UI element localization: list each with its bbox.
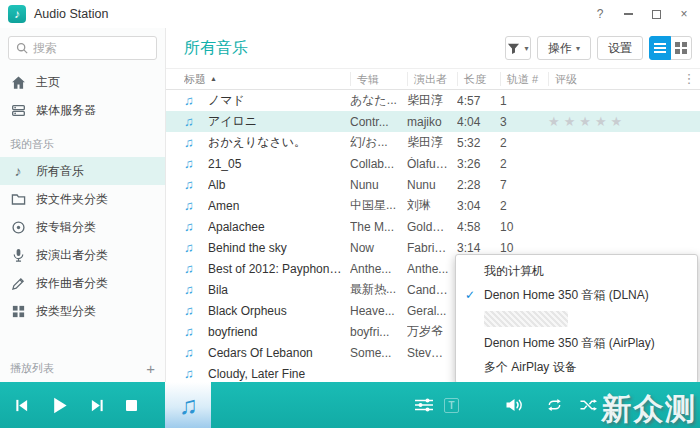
track-album: Anthe... xyxy=(350,262,407,276)
sidebar-item-label: 按演出者分类 xyxy=(36,247,108,264)
table-row[interactable]: ♫おかえりなさい。幻/お...柴田淳5:322 xyxy=(166,132,700,153)
next-track-button[interactable] xyxy=(90,398,105,413)
chevron-down-icon: ▾ xyxy=(524,44,528,53)
track-artist: majiko xyxy=(407,115,457,129)
search-icon xyxy=(16,42,28,54)
track-note-icon: ♫ xyxy=(184,199,194,213)
device-item-label: 多个 AirPlay 设备 xyxy=(484,359,577,376)
queue-equalizer-button[interactable] xyxy=(415,382,433,428)
rating-stars[interactable]: ★★★★★ xyxy=(548,114,678,129)
device-item[interactable]: Denon Home 350 音箱 (AirPlay) xyxy=(456,331,697,355)
track-number: 3 xyxy=(500,115,548,129)
grid-view-button[interactable] xyxy=(670,36,692,60)
track-length: 4:04 xyxy=(457,115,500,129)
volume-button[interactable] xyxy=(506,382,524,428)
column-length[interactable]: 长度 xyxy=(457,72,500,86)
track-title: ノマド xyxy=(208,92,350,109)
table-row[interactable]: ♫ApalacheeThe M...Goldm...4:5810 xyxy=(166,216,700,237)
sidebar-item-by-album[interactable]: 按专辑分类 xyxy=(0,213,165,241)
column-artist[interactable]: 演出者 xyxy=(407,72,457,86)
track-number: 1 xyxy=(500,94,548,108)
track-title: Alb xyxy=(208,178,350,192)
sidebar-item-label: 媒体服务器 xyxy=(36,102,96,119)
settings-button[interactable]: 设置 xyxy=(597,36,643,60)
track-note-icon: ♫ xyxy=(184,346,194,360)
actions-button[interactable]: 操作 ▾ xyxy=(537,36,591,60)
disc-icon xyxy=(10,220,26,235)
repeat-icon xyxy=(546,398,563,412)
device-item[interactable]: 我的计算机 xyxy=(456,259,697,283)
next-track-icon xyxy=(90,398,105,413)
play-button[interactable] xyxy=(50,396,69,415)
table-row[interactable]: ♫ノマドあなた...柴田淳4:571 xyxy=(166,90,700,111)
track-title: Bila xyxy=(208,283,350,297)
device-item-label: 我的计算机 xyxy=(484,263,544,280)
stop-button[interactable] xyxy=(126,400,137,411)
previous-track-icon xyxy=(14,398,29,413)
now-playing-album-art[interactable]: ♫ xyxy=(165,382,211,428)
device-item-label: Denon Home 350 音箱 (AirPlay) xyxy=(484,335,655,352)
list-view-button[interactable] xyxy=(649,36,671,60)
minimize-icon xyxy=(624,13,633,15)
column-track[interactable]: 轨道 # xyxy=(500,72,548,86)
column-rating[interactable]: 评级 xyxy=(548,72,678,86)
track-artist: Anthe... xyxy=(407,262,457,276)
track-artist: 柴田淳 xyxy=(407,92,457,109)
maximize-button[interactable] xyxy=(650,8,662,20)
close-button[interactable]: × xyxy=(678,8,690,20)
track-title: Cloudy, Later Fine xyxy=(208,367,350,381)
help-button[interactable]: ? xyxy=(594,8,606,20)
sidebar-item-by-artist[interactable]: 按演出者分类 xyxy=(0,241,165,269)
sidebar-item-by-composer[interactable]: 按作曲者分类 xyxy=(0,269,165,297)
track-note-icon: ♫ xyxy=(184,115,194,129)
sidebar-item-all-music[interactable]: ♪所有音乐 xyxy=(0,157,165,185)
device-item[interactable]: 多个 AirPlay 设备 xyxy=(456,355,697,379)
track-title: Cedars Of Lebanon xyxy=(208,346,350,360)
track-length: 5:32 xyxy=(457,136,500,150)
player-bar: ♫ T xyxy=(0,382,700,428)
sidebar-item-label: 所有音乐 xyxy=(36,163,84,180)
sidebar-item-by-genre[interactable]: 按类型分类 xyxy=(0,297,165,325)
sidebar-item-home[interactable]: 主页 xyxy=(0,68,165,96)
track-note-icon: ♫ xyxy=(184,325,194,339)
toolbar: ▾ 操作 ▾ 设置 xyxy=(505,36,692,60)
play-icon xyxy=(50,396,69,415)
track-album: 最新热... xyxy=(350,281,407,298)
lyrics-icon: T xyxy=(444,398,459,413)
device-item[interactable] xyxy=(456,307,697,331)
track-note-icon: ♫ xyxy=(184,94,194,108)
column-title-label: 标题 xyxy=(184,72,206,86)
track-title: Best of 2012: Payphone/C... xyxy=(208,262,350,276)
track-artist: Steve ... xyxy=(407,346,457,360)
minimize-button[interactable] xyxy=(622,8,634,20)
sidebar-item-by-folder[interactable]: 按文件夹分类 xyxy=(0,185,165,213)
column-album[interactable]: 专辑 xyxy=(350,72,407,86)
track-note-icon: ♫ xyxy=(184,367,194,381)
app-title: Audio Station xyxy=(34,7,108,21)
shuffle-button[interactable] xyxy=(580,382,597,428)
search-input[interactable] xyxy=(33,41,149,55)
device-item[interactable]: ✓Denon Home 350 音箱 (DLNA) xyxy=(456,283,697,307)
track-number: 2 xyxy=(500,199,548,213)
table-row[interactable]: ♫Amen中国星...刘琳3:042 xyxy=(166,195,700,216)
track-album: Heave... xyxy=(350,304,407,318)
column-menu-icon[interactable]: ⋮ xyxy=(678,72,700,86)
track-title: Amen xyxy=(208,199,350,213)
filter-button[interactable]: ▾ xyxy=(505,36,531,60)
add-playlist-button[interactable]: + xyxy=(146,361,155,376)
track-artist: 柴田淳 xyxy=(407,134,457,151)
sidebar-item-media-server[interactable]: 媒体服务器 xyxy=(0,96,165,124)
sidebar-top-nav: 主页媒体服务器 xyxy=(0,68,165,124)
track-number: 10 xyxy=(500,241,548,255)
folder-icon xyxy=(10,192,26,207)
track-note-icon: ♫ xyxy=(184,241,194,255)
table-row[interactable]: ♫アイロニContr...majiko4:043★★★★★ xyxy=(166,111,700,132)
search-box[interactable] xyxy=(8,36,157,60)
table-row[interactable]: ♫21_05Collab...Ólafur...3:262 xyxy=(166,153,700,174)
lyrics-button[interactable]: T xyxy=(444,382,459,428)
table-row[interactable]: ♫AlbNunuNunu2:287 xyxy=(166,174,700,195)
track-note-icon: ♫ xyxy=(184,304,194,318)
previous-track-button[interactable] xyxy=(14,398,29,413)
repeat-button[interactable] xyxy=(546,382,563,428)
column-title[interactable]: 标题 ▲ xyxy=(184,72,350,86)
